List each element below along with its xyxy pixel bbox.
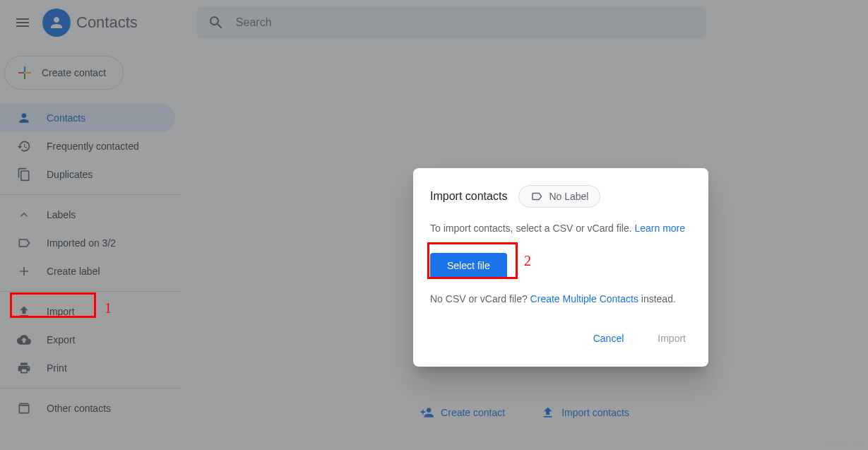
import-dialog: Import contacts No Label To import conta… bbox=[413, 168, 708, 367]
create-multiple-link[interactable]: Create Multiple Contacts bbox=[530, 293, 638, 304]
dialog-alt-text: No CSV or vCard file? Create Multiple Co… bbox=[430, 292, 691, 307]
cancel-button[interactable]: Cancel bbox=[588, 327, 630, 350]
learn-more-link[interactable]: Learn more bbox=[634, 223, 685, 234]
chip-label: No Label bbox=[549, 191, 588, 202]
select-file-button[interactable]: Select file bbox=[430, 253, 507, 278]
watermark: wsxdn.com bbox=[825, 439, 864, 447]
label-outline-icon bbox=[530, 190, 543, 203]
dialog-title: Import contacts bbox=[430, 190, 507, 203]
import-button[interactable]: Import bbox=[652, 327, 691, 350]
label-chip[interactable]: No Label bbox=[518, 185, 600, 208]
dialog-instruction: To import contacts, select a CSV or vCar… bbox=[430, 222, 691, 236]
